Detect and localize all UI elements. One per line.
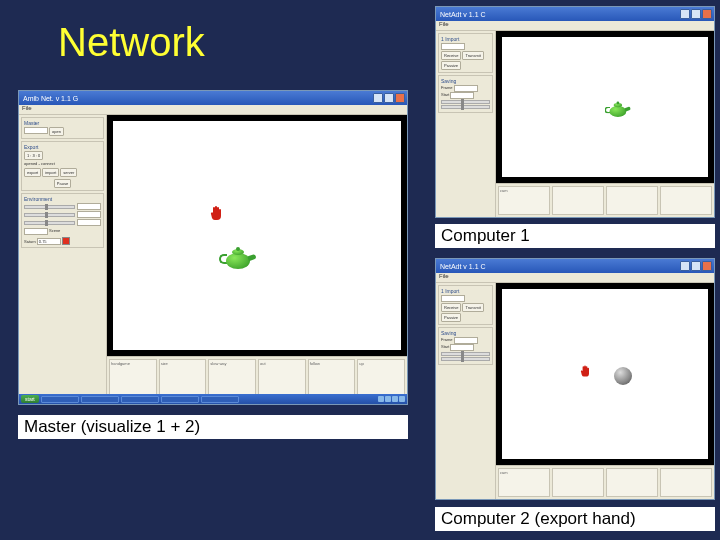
transmit-button[interactable]: Transmit xyxy=(462,303,483,312)
slider[interactable] xyxy=(24,213,75,217)
system-tray xyxy=(378,396,405,402)
start-input[interactable] xyxy=(450,92,474,99)
bottom-cell xyxy=(552,468,604,497)
export-num-button[interactable]: 1 : 3 : 0 xyxy=(24,151,43,160)
panel-label: Saving xyxy=(441,330,490,336)
start-input[interactable] xyxy=(450,344,474,351)
transmit-button[interactable]: Transmit xyxy=(462,51,483,60)
hand-icon xyxy=(579,365,590,378)
maximize-button[interactable] xyxy=(691,261,701,271)
sidebar: Master open Export 1 : 3 : 0 opened - co… xyxy=(19,115,107,404)
server-button[interactable]: server xyxy=(60,168,77,177)
bottom-panel: cam xyxy=(496,465,714,499)
menubar[interactable]: File xyxy=(436,21,714,31)
scene-3d[interactable] xyxy=(496,31,714,183)
slider-value[interactable] xyxy=(77,211,101,218)
caption-master: Master (visualize 1 + 2) xyxy=(18,415,408,439)
menubar[interactable]: File xyxy=(19,105,407,115)
open-button[interactable]: open xyxy=(49,127,64,136)
import-button[interactable]: import xyxy=(42,168,59,177)
minimize-button[interactable] xyxy=(680,261,690,271)
scene-3d[interactable] xyxy=(496,283,714,465)
viewport: cam xyxy=(496,31,714,217)
ip-field[interactable] xyxy=(24,127,48,134)
window-master: Amib Net. v 1.1 G File Master open Expor… xyxy=(18,90,408,405)
receive-button[interactable]: Receive xyxy=(441,51,461,60)
env-input[interactable] xyxy=(24,228,48,235)
taskbar-item[interactable] xyxy=(201,396,239,403)
bottom-cell xyxy=(660,186,712,215)
color-swatch[interactable] xyxy=(62,237,70,245)
menubar[interactable]: File xyxy=(436,273,714,283)
tray-icon[interactable] xyxy=(385,396,391,402)
panel-saving: Saving Frame Start xyxy=(438,75,493,113)
taskbar-item[interactable] xyxy=(161,396,199,403)
pause-button[interactable]: Pause xyxy=(54,179,71,188)
slider-value[interactable] xyxy=(77,203,101,210)
receive-button[interactable]: Receive xyxy=(441,303,461,312)
panel-export: Export 1 : 3 : 0 opened - connect export… xyxy=(21,141,104,191)
slider-value[interactable] xyxy=(77,219,101,226)
passive-button[interactable]: Passive xyxy=(441,61,461,70)
titlebar-buttons xyxy=(680,9,712,19)
slider[interactable] xyxy=(441,100,490,104)
scene-3d[interactable] xyxy=(107,115,407,356)
window-title: Amib Net. v 1.1 G xyxy=(21,95,78,102)
start-label: Start xyxy=(441,344,449,351)
panel-import: 1 Import Receive Transmit Passive xyxy=(438,33,493,73)
titlebar[interactable]: NetAdt v 1.1 C xyxy=(436,259,714,273)
close-button[interactable] xyxy=(702,261,712,271)
frame-input[interactable] xyxy=(454,337,478,344)
frame-input[interactable] xyxy=(454,85,478,92)
panel-saving: Saving Frame Start xyxy=(438,327,493,365)
bottom-cell xyxy=(552,186,604,215)
minimize-button[interactable] xyxy=(680,9,690,19)
frame-label: Frame xyxy=(441,337,453,344)
panel-label: Export xyxy=(24,144,101,150)
panel-label: Master xyxy=(24,120,101,126)
start-button[interactable]: start xyxy=(21,395,39,403)
sphere-icon xyxy=(614,367,632,385)
caption-computer-1: Computer 1 xyxy=(435,224,715,248)
titlebar[interactable]: Amib Net. v 1.1 G xyxy=(19,91,407,105)
minimize-button[interactable] xyxy=(373,93,383,103)
frame-label: Frame xyxy=(441,85,453,92)
tray-icon[interactable] xyxy=(378,396,384,402)
taskbar[interactable]: start xyxy=(19,394,407,404)
window-title: NetAdt v 1.1 C xyxy=(438,11,486,18)
close-button[interactable] xyxy=(395,93,405,103)
bottom-cell: cam xyxy=(498,468,550,497)
saturn-label: Saturn xyxy=(24,239,36,244)
slider[interactable] xyxy=(441,357,490,361)
maximize-button[interactable] xyxy=(691,9,701,19)
panel-environment: Environment Scene Saturn 0.75 xyxy=(21,193,104,248)
titlebar-buttons xyxy=(373,93,405,103)
slider[interactable] xyxy=(24,221,75,225)
passive-button[interactable]: Passive xyxy=(441,313,461,322)
taskbar-item[interactable] xyxy=(121,396,159,403)
panel-label: Environment xyxy=(24,196,101,202)
caption-computer-2: Computer 2 (export hand) xyxy=(435,507,715,531)
window-title: NetAdt v 1.1 C xyxy=(438,263,486,270)
bottom-cell: cam xyxy=(498,186,550,215)
slider[interactable] xyxy=(24,205,75,209)
tray-icon[interactable] xyxy=(399,396,405,402)
hand-icon xyxy=(209,205,223,221)
sidebar: 1 Import Receive Transmit Passive Saving… xyxy=(436,31,496,217)
tray-icon[interactable] xyxy=(392,396,398,402)
import-field[interactable] xyxy=(441,295,465,302)
scene-label: Scene xyxy=(49,228,60,235)
taskbar-item[interactable] xyxy=(41,396,79,403)
close-button[interactable] xyxy=(702,9,712,19)
teapot-icon xyxy=(606,103,630,118)
import-field[interactable] xyxy=(441,43,465,50)
maximize-button[interactable] xyxy=(384,93,394,103)
export-button[interactable]: export xyxy=(24,168,41,177)
window-computer-1: NetAdt v 1.1 C File 1 Import Receive Tra… xyxy=(435,6,715,218)
slider[interactable] xyxy=(441,352,490,356)
titlebar[interactable]: NetAdt v 1.1 C xyxy=(436,7,714,21)
bottom-cell xyxy=(606,468,658,497)
taskbar-item[interactable] xyxy=(81,396,119,403)
saturn-input[interactable]: 0.75 xyxy=(37,238,61,245)
slider[interactable] xyxy=(441,105,490,109)
